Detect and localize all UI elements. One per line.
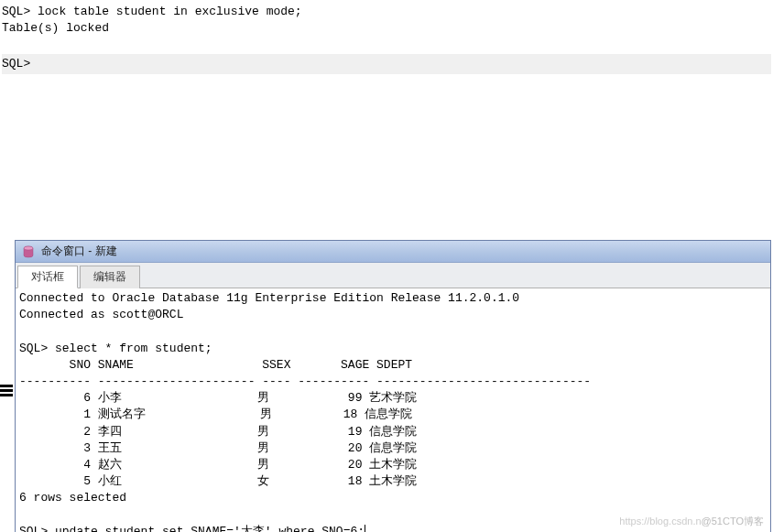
top-terminal[interactable]: SQL> lock table student in exclusive mod… (0, 0, 773, 78)
table-row: 6 小李 男 99 艺术学院 (19, 390, 767, 407)
svg-point-1 (24, 246, 33, 250)
command-window: 命令窗口 - 新建 对话框 编辑器 Connected to Oracle Da… (15, 240, 771, 532)
table-row: 5 小红 女 18 土木学院 (19, 473, 767, 490)
rows-selected: 6 rows selected (19, 490, 767, 506)
table-row: 3 王五 男 20 信息学院 (19, 440, 767, 457)
table-header: SNO SNAME SSEX SAGE SDEPT (19, 357, 767, 374)
table-divider: ---------- ---------------------- ---- -… (19, 374, 767, 390)
database-icon (21, 244, 36, 259)
tab-bar: 对话框 编辑器 (16, 263, 770, 288)
side-marks (0, 385, 13, 398)
select-statement: SQL> select * from student; (19, 341, 767, 357)
connected-line-1: Connected to Oracle Database 11g Enterpr… (19, 290, 767, 307)
sql-prompt-active[interactable]: SQL> (2, 54, 771, 74)
table-row: 1 测试名字 男 18 信息学院 (19, 407, 767, 423)
sql-blank (2, 37, 771, 53)
tab-dialog[interactable]: 对话框 (17, 266, 78, 288)
blank-line (19, 323, 767, 340)
table-row: 2 李四 男 19 信息学院 (19, 424, 767, 440)
text-cursor (365, 525, 365, 532)
table-row: 4 赵六 男 20 土木学院 (19, 457, 767, 473)
window-title: 命令窗口 - 新建 (41, 244, 117, 259)
window-titlebar[interactable]: 命令窗口 - 新建 (16, 241, 770, 263)
tab-editor[interactable]: 编辑器 (80, 266, 140, 288)
watermark: https://blog.csdn.n@51CTO博客 (619, 515, 764, 528)
sql-line-lock: SQL> lock table student in exclusive mod… (2, 4, 771, 20)
sql-output-locked: Table(s) locked (2, 20, 771, 37)
connected-line-2: Connected as scott@ORCL (19, 307, 767, 323)
terminal-output[interactable]: Connected to Oracle Database 11g Enterpr… (16, 288, 770, 532)
